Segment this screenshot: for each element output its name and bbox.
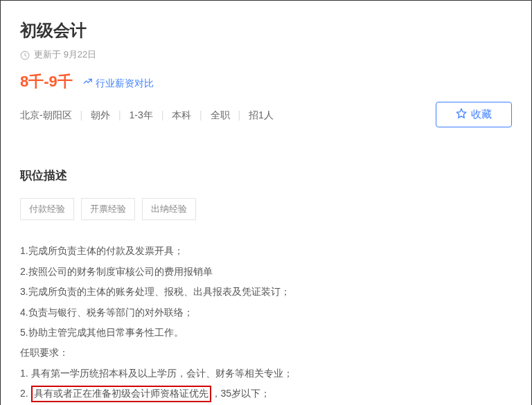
- salary-amount: 8千-9千: [20, 69, 73, 93]
- highlighted-requirement: 具有或者正在准备初级会计师资格证优先: [31, 386, 211, 402]
- meta-district: 朝阳区: [43, 109, 72, 120]
- meta-experience: 1-3年: [130, 109, 153, 120]
- desc-item: 1.完成所负责主体的付款及发票开具；: [20, 241, 512, 261]
- job-title: 初级会计: [20, 17, 512, 44]
- header-bottom: 北京-朝阳区 | 朝外 | 1-3年 | 本科 | 全职 | 招1人 收藏: [20, 102, 512, 127]
- job-description: 1.完成所负责主体的付款及发票开具； 2.按照公司的财务制度审核公司的费用报销单…: [20, 241, 512, 405]
- skill-tag[interactable]: 付款经验: [20, 198, 74, 221]
- meta-job-type: 全职: [211, 109, 230, 120]
- salary-row: 8千-9千 行业薪资对比: [20, 69, 512, 93]
- update-prefix: 更新于: [34, 48, 61, 62]
- desc-item: 3.完成所负责的主体的账务处理、报税、出具报表及凭证装订；: [20, 282, 512, 302]
- meta-city: 北京: [20, 109, 39, 120]
- desc-item: 5.协助主管完成其他日常事务性工作。: [20, 323, 512, 343]
- job-header: 初级会计 更新于 9月22日 8千-9千 行业薪资对比 北京-朝阳区 | 朝外 …: [20, 17, 512, 127]
- skill-tag[interactable]: 出纳经验: [142, 198, 196, 221]
- salary-compare-link[interactable]: 行业薪资对比: [82, 75, 154, 91]
- job-meta: 北京-朝阳区 | 朝外 | 1-3年 | 本科 | 全职 | 招1人: [20, 107, 274, 123]
- meta-education: 本科: [172, 109, 191, 120]
- update-date: 9月22日: [64, 48, 97, 62]
- tags-row: 付款经验 开票经验 出纳经验: [20, 198, 512, 221]
- req-title: 任职要求：: [20, 343, 512, 363]
- star-icon: [456, 108, 467, 121]
- desc-item: 4.负责与银行、税务等部门的对外联络；: [20, 303, 512, 323]
- req-item: 2. 具有或者正在准备初级会计师资格证优先，35岁以下；: [20, 384, 512, 404]
- update-info: 更新于 9月22日: [20, 48, 512, 62]
- chart-icon: [82, 75, 93, 91]
- clock-icon: [20, 51, 30, 60]
- favorite-button[interactable]: 收藏: [436, 102, 512, 127]
- favorite-label: 收藏: [471, 108, 492, 121]
- section-title: 职位描述: [20, 166, 512, 185]
- meta-area: 朝外: [91, 109, 110, 120]
- req-item: 1. 具有第一学历统招本科及以上学历，会计、财务等相关专业；: [20, 363, 512, 384]
- skill-tag[interactable]: 开票经验: [81, 198, 135, 221]
- meta-headcount: 招1人: [249, 109, 274, 120]
- svg-marker-1: [456, 109, 466, 118]
- desc-item: 2.按照公司的财务制度审核公司的费用报销单: [20, 262, 512, 282]
- compare-label: 行业薪资对比: [96, 75, 154, 91]
